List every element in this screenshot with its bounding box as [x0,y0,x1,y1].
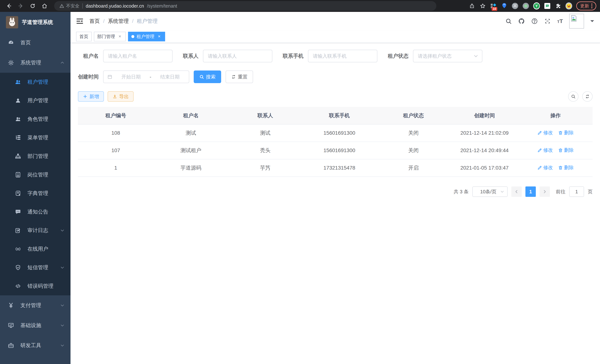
table-cell-actions: 修改删除 [519,159,593,177]
contact-input[interactable] [203,50,272,62]
share-icon[interactable] [469,3,475,9]
delete-row-button[interactable]: 删除 [558,164,574,171]
sidebar-item-label: 基础设施 [20,322,60,329]
mobile-input[interactable] [308,50,377,62]
browser-menu-icon[interactable] [591,3,592,8]
sidebar-item-用户管理[interactable]: 用户管理 [0,91,71,110]
sidebar-item-字典管理[interactable]: 字典管理 [0,184,71,203]
browser-update-button[interactable]: 更新 [576,1,596,10]
browser-home-icon[interactable] [39,1,50,11]
date-range-picker[interactable]: 开始日期 - 结束日期 [103,71,189,83]
table-header-row: 租户编号租户名联系人联系手机租户状态创建时间操作 [78,107,593,124]
command-extension-icon[interactable]: ⌘ [512,3,518,9]
chat-extension-icon[interactable] [544,3,551,9]
table-column-header: 租户编号 [78,107,154,124]
breadcrumb-system[interactable]: 系统管理 [108,18,129,25]
sidebar-item-部门管理[interactable]: 部门管理 [0,147,71,166]
table-cell: 芋道源码 [154,159,228,177]
export-button-label: 导出 [119,93,129,100]
status-label: 租户状态 [388,53,409,60]
export-button[interactable]: 导出 [108,91,134,102]
sidebar-item-首页[interactable]: 首页 [0,33,71,53]
sidebar-item-系统管理[interactable]: 系统管理 [0,53,71,73]
add-button[interactable]: 新增 [78,91,104,102]
tenant-name-input[interactable] [103,50,173,62]
search-icon[interactable] [505,18,512,25]
github-icon[interactable] [518,18,525,25]
sidebar-item-在线用户[interactable]: 在线用户 [0,240,71,258]
refresh-icon [585,94,590,99]
breadcrumb-home[interactable]: 首页 [89,18,100,25]
y-extension-icon[interactable]: Y [533,3,540,9]
close-tab-icon[interactable]: × [157,34,162,39]
user-avatar[interactable] [569,14,584,28]
sidebar-item-label: 错误码管理 [28,282,65,289]
table-cell: 测试 [154,124,228,142]
sidebar-item-租户管理[interactable]: 租户管理 [0,73,71,91]
refresh-table-button[interactable] [582,91,593,102]
sidebar-item-岗位管理[interactable]: 岗位管理 [0,166,71,184]
contact-label: 联系人 [183,53,198,60]
topbar-actions: TT [505,14,594,28]
next-page-button[interactable] [540,187,550,197]
edit-row-button[interactable]: 修改 [537,164,553,171]
tab-租户管理[interactable]: 租户管理× [128,32,165,41]
help-icon[interactable] [531,18,538,25]
sidebar: 芋道管理系统 首页系统管理租户管理用户管理角色管理菜单管理部门管理岗位管理字典管… [0,12,71,364]
tab-部门管理[interactable]: 部门管理× [94,32,126,41]
edit-pencil-icon [537,165,542,170]
table-cell: 108 [78,124,154,142]
status-select[interactable]: 请选择租户状态 [413,50,482,62]
kite-extension-icon[interactable] [501,3,508,9]
search-button[interactable]: 搜索 [194,71,221,83]
sidebar-item-基础设施[interactable]: 基础设施 [0,315,71,336]
edit-row-button[interactable]: 修改 [537,147,553,153]
sidebar-item-通知公告[interactable]: 通知公告 [0,203,71,221]
address-bar[interactable]: 不安全 dashboard.yudao.iocoder.cn/system/te… [54,1,436,11]
security-indicator[interactable]: 不安全 [59,3,79,9]
sidebar-item-短信管理[interactable]: 短信管理 [0,258,71,277]
font-size-icon[interactable]: TT [557,18,563,24]
avatar-dropdown-caret[interactable] [590,20,594,24]
sidebar-item-支付管理[interactable]: 支付管理 [0,295,71,315]
table-cell: 2021-12-14 21:02:09 [450,124,518,142]
edit-row-button[interactable]: 修改 [537,130,553,136]
sidebar-item-label: 在线用户 [28,245,65,252]
profile-avatar-icon[interactable] [565,3,572,9]
tab-首页[interactable]: 首页 [76,32,92,41]
roles-icon [15,116,21,122]
sidebar-item-label: 审计日志 [28,227,60,234]
extension-blocks-icon[interactable]: 10 [490,3,497,9]
delete-row-button[interactable]: 删除 [558,147,574,153]
sidebar-item-角色管理[interactable]: 角色管理 [0,110,71,128]
table-cell: 关闭 [376,142,450,159]
sidebar-item-审计日志[interactable]: 审计日志 [0,221,71,240]
show-search-toggle-button[interactable] [568,91,579,102]
browser-reload-icon[interactable] [28,1,38,11]
calendar-icon [107,74,112,79]
sidebar-item-研发工具[interactable]: 研发工具 [0,336,71,355]
close-tab-icon[interactable]: × [117,34,122,39]
notice-icon [15,209,21,215]
delete-row-button[interactable]: 删除 [558,130,574,136]
filter-row-1: 租户名 联系人 联系手机 租户状态 请选择租户状态 [78,50,593,62]
goto-label: 前往 [556,188,565,195]
online-icon [15,246,21,252]
collapse-sidebar-icon[interactable] [76,18,84,25]
fullscreen-icon[interactable] [544,18,551,25]
puzzle-extensions-icon[interactable] [555,3,562,9]
date-end-placeholder: 结束日期 [155,74,185,80]
bookmark-star-icon[interactable] [479,3,486,9]
reset-button[interactable]: 重置 [225,71,253,83]
goto-page-input[interactable] [569,187,584,197]
page-size-select[interactable]: 10条/页 [472,187,508,197]
recorder-extension-icon[interactable] [523,3,529,9]
prev-page-button[interactable] [511,187,522,197]
users-icon [15,79,21,85]
browser-forward-icon[interactable] [16,1,26,11]
sidebar-item-菜单管理[interactable]: 菜单管理 [0,128,71,147]
pagination: 共 3 条 10条/页 1 前往 页 [78,187,593,197]
sidebar-item-错误码管理[interactable]: 错误码管理 [0,277,71,295]
browser-back-icon[interactable] [4,1,14,11]
page-number-button[interactable]: 1 [525,187,536,197]
